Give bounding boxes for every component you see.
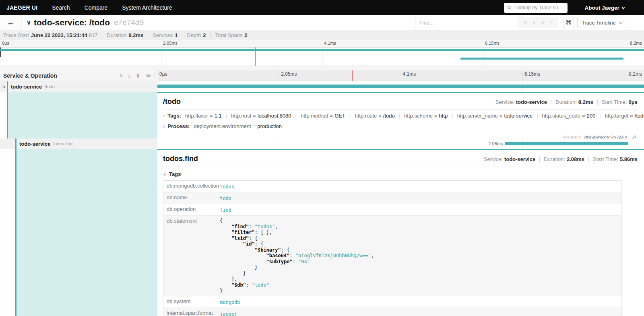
- clear-find-icon[interactable]: ×: [550, 20, 553, 25]
- tag-value: /todo: [383, 113, 395, 119]
- trace-collapse-toggle[interactable]: ∨: [27, 19, 31, 26]
- tag-table-value-text: find: [220, 207, 231, 213]
- tag-value: 1.1: [215, 113, 222, 119]
- command-icon: ⌘: [566, 19, 572, 26]
- timeline-gridline: [279, 70, 279, 81]
- tags-label[interactable]: Tags:: [167, 113, 181, 119]
- span-timeline-todos-find[interactable]: 2.08ms: [157, 138, 644, 149]
- equals-sign: =: [210, 113, 213, 119]
- tag-key: http.host: [231, 113, 251, 119]
- tag-value: http: [439, 113, 448, 119]
- trace-controls: ⊙ ∧ ∨ × ⌘ Trace Timeline ∨: [415, 17, 626, 28]
- match-highlight-icon[interactable]: ⊙: [523, 20, 527, 25]
- tag-table-row: db.statement{ "find": "todos", "filter":…: [163, 216, 621, 296]
- time-tick-label: 2.05ms: [281, 71, 297, 77]
- nav-item-search[interactable]: Search: [45, 4, 77, 11]
- find-bar: ⊙ ∧ ∨ ×: [415, 17, 558, 28]
- tag-table-row: db.nametodo: [163, 192, 621, 204]
- tags-label[interactable]: Tags: [169, 171, 181, 177]
- summary-separator: [210, 33, 211, 38]
- tag-table-key: db.statement: [163, 216, 217, 296]
- timeline-gridline: [401, 138, 401, 149]
- time-tick-label: 0μs: [2, 41, 9, 45]
- spanid-value: db046b8efc5b7452: [584, 135, 627, 138]
- span-timeline-todo[interactable]: [157, 81, 644, 92]
- app-brand[interactable]: JAEGER UI: [0, 4, 45, 11]
- nav-item-system-architecture[interactable]: System Architecture: [115, 4, 180, 11]
- span-detail-meta: Service:todo-service Duration:8.2ms Star…: [495, 99, 638, 105]
- collapse-all-icon[interactable]: ≫: [136, 73, 140, 78]
- tags-key-value-table: db.mongodb.collectiontodosdb.nametododb.…: [163, 180, 622, 316]
- equals-sign: =: [434, 113, 438, 119]
- tag-pill: http.status_code=200: [542, 113, 596, 119]
- service-operation-header: Service & Operation ∨ › ≫ ≫: [0, 70, 157, 81]
- time-tick-label: 4.1ms: [403, 71, 416, 77]
- span-row-todo[interactable]: ∨ todo-service /todo: [0, 81, 644, 92]
- tag-key: http.scheme: [404, 113, 433, 119]
- trace-title: todo-service: /todo: [34, 18, 110, 27]
- prev-match-icon[interactable]: ∧: [533, 20, 536, 25]
- tag-table-row: db.operationfind: [163, 204, 621, 216]
- tag-pill: http.scheme=http: [404, 113, 448, 119]
- summary-label: Services: [153, 32, 173, 38]
- span-name-cell-todos-find[interactable]: todo-service todos.find: [0, 138, 157, 149]
- time-tick-label: 0μs: [159, 71, 167, 77]
- find-input[interactable]: [415, 17, 518, 28]
- nav-item-compare[interactable]: Compare: [77, 4, 115, 11]
- span-detail-meta: Service:todo-service Duration:2.08ms Sta…: [484, 156, 638, 162]
- timeline-header: Service & Operation ∨ › ≫ ≫ 0μs2.05ms4.1…: [0, 70, 644, 81]
- tag-value: todo-service: [504, 113, 533, 119]
- expand-one-icon[interactable]: ›: [128, 73, 130, 79]
- tag-value: /todo: [635, 113, 644, 119]
- service-operation-label: Service & Operation: [3, 72, 57, 79]
- keyboard-shortcuts-button[interactable]: ⌘: [563, 17, 574, 28]
- expand-all-icon[interactable]: ≫: [146, 73, 151, 78]
- span-id-row: SpanID: db046b8efc5b7452: [163, 135, 638, 138]
- chevron-down-icon[interactable]: ∨: [2, 84, 7, 89]
- minimap-canvas[interactable]: [0, 47, 644, 66]
- next-match-icon[interactable]: ∨: [541, 20, 545, 25]
- collapse-one-icon[interactable]: ∨: [120, 73, 123, 78]
- tags-section-expanded: ∨ Tags: [163, 171, 638, 177]
- tag-pill: http.route=/todo: [355, 113, 394, 119]
- nav-items: SearchCompareSystem Architecture: [45, 4, 179, 11]
- trace-id: e7e74d9: [114, 18, 144, 27]
- timeline-gridline: [522, 70, 523, 81]
- trace-view-select[interactable]: Trace Timeline ∨: [577, 17, 626, 28]
- chevron-right-icon[interactable]: ›: [163, 113, 165, 119]
- tag-key: http.method: [301, 113, 328, 119]
- process-label[interactable]: Process:: [167, 123, 190, 129]
- trace-lookup-input[interactable]: [514, 5, 565, 10]
- span-name-cell-todo[interactable]: ∨ todo-service /todo: [0, 81, 157, 92]
- tag-pill: http.flavor=1.1: [185, 113, 222, 119]
- back-arrow-icon: ←: [7, 18, 14, 27]
- minimap-span-bar: [460, 58, 623, 60]
- tag-table-value: { "find": "todos", "filter": { }, "lsid"…: [217, 216, 621, 296]
- back-button[interactable]: ←: [0, 15, 22, 30]
- about-jaeger-label: About Jaeger: [584, 5, 619, 11]
- pill-separator: |: [452, 113, 453, 119]
- span-bar-todo[interactable]: [157, 85, 644, 88]
- tag-table-key: internal.span.format: [163, 308, 217, 316]
- detail-content-todos-find: todos.find Service:todo-service Duration…: [157, 149, 644, 316]
- tag-key: http.server_name: [457, 113, 498, 119]
- tag-table-value-text: jaeger: [220, 311, 237, 316]
- tag-table-row: db.mongodb.collectiontodos: [163, 181, 621, 192]
- chevron-right-icon[interactable]: ›: [163, 123, 165, 129]
- detail-rail: [0, 92, 157, 138]
- span-row-todos-find[interactable]: todo-service todos.find 2.08ms: [0, 138, 644, 149]
- chevron-down-icon[interactable]: ∨: [163, 171, 166, 177]
- equals-sign: =: [582, 113, 585, 119]
- span-bar-todos-find[interactable]: [505, 142, 628, 145]
- link-icon[interactable]: [631, 135, 637, 138]
- column-resizer-handle[interactable]: [155, 73, 156, 78]
- pill-separator: |: [399, 113, 400, 119]
- span-detail-todo: /todo Service:todo-service Duration:8.2m…: [0, 92, 644, 138]
- time-tick-label: 8.2ms: [629, 71, 642, 77]
- equals-sign: =: [378, 113, 382, 119]
- trace-lookup-search[interactable]: [504, 3, 568, 13]
- tag-table-value: find: [217, 204, 621, 215]
- equals-sign: =: [630, 113, 633, 119]
- summary-separator: [182, 33, 182, 38]
- about-jaeger-menu[interactable]: About Jaeger ∨: [584, 5, 625, 11]
